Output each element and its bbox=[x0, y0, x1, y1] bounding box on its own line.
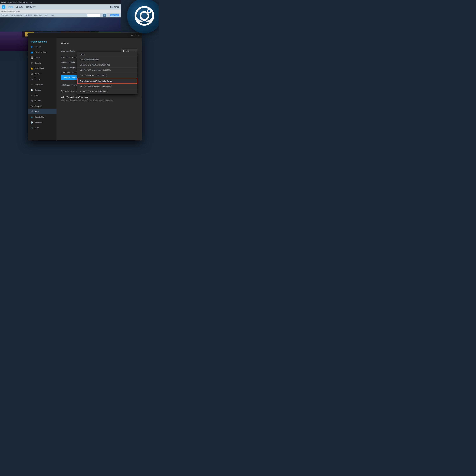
sidebar-item-controller[interactable]: 🕹 Controller bbox=[28, 103, 56, 109]
close-button[interactable]: ✕ bbox=[138, 34, 140, 36]
sidebar-label-interface: Interface bbox=[34, 73, 41, 75]
steam-nav-icon: S bbox=[1, 5, 5, 9]
sidebar-label-cloud: Cloud bbox=[34, 94, 39, 96]
library-icon: ⊞ bbox=[31, 78, 33, 81]
dropdown-item-spdif[interactable]: Spdif Rx (2- MAYA U5) (040d:3401) bbox=[77, 89, 137, 94]
nav-store[interactable]: STORE bbox=[6, 6, 14, 9]
steam-urlbar: https://store.steampowered.com/ bbox=[0, 10, 120, 13]
sidebar-item-cloud[interactable]: ☁ Cloud bbox=[28, 93, 56, 98]
svg-point-1 bbox=[140, 12, 148, 20]
sidebar-item-music[interactable]: 🎵 Music bbox=[28, 125, 56, 130]
store-subnav: Your Store New & Noteworthy Categories P… bbox=[0, 13, 120, 17]
dropdown-item-comms[interactable]: Communications Device bbox=[77, 57, 137, 62]
wishlist-btn[interactable]: WISHLIST bbox=[110, 14, 119, 16]
sidebar-label-ingame: In Game bbox=[34, 100, 41, 102]
sidebar-item-friends[interactable]: 👥 Friends & Chat bbox=[28, 50, 56, 55]
ingame-icon: 🎮 bbox=[31, 100, 33, 102]
sidebar-label-library: Library bbox=[34, 78, 40, 80]
steam-topbar-logo: Steam bbox=[1, 1, 6, 3]
dialog-body: STEAM SETTINGS 👤 Account 👥 Friends & Cha… bbox=[28, 38, 142, 140]
steam-logo-circle bbox=[127, 0, 159, 33]
subnav-yourstore[interactable]: Your Store bbox=[1, 15, 8, 16]
nav-library[interactable]: LIBRARY bbox=[15, 6, 24, 9]
sidebar-item-ingame[interactable]: 🎮 In Game bbox=[28, 98, 56, 103]
dropdown-item-linein[interactable]: Line In (2- MAYA U5) (040d:3401) bbox=[77, 73, 137, 78]
sidebar-item-library[interactable]: ⊞ Library bbox=[28, 76, 56, 82]
subnav-points[interactable]: Points Shop bbox=[34, 15, 42, 16]
sidebar-label-storage: Storage bbox=[34, 89, 41, 91]
sidebar-label-account: Account bbox=[34, 46, 41, 48]
notifications-icon: 🔔 bbox=[31, 67, 33, 70]
menu-steam[interactable]: Steam bbox=[7, 1, 12, 3]
sidebar-item-voice[interactable]: 🎤 Voice bbox=[28, 109, 56, 114]
sidebar-label-security: Security bbox=[34, 62, 41, 64]
menu-help[interactable]: Help bbox=[29, 1, 32, 3]
family-icon: 👨‍👩‍👧 bbox=[31, 56, 33, 59]
section-title: Voice bbox=[61, 42, 137, 45]
sidebar-item-broadcast[interactable]: 📡 Broadcast bbox=[28, 120, 56, 125]
sidebar-label-friends: Friends & Chat bbox=[34, 51, 46, 53]
subnav-new[interactable]: New & Noteworthy bbox=[11, 15, 22, 16]
storage-icon: 💾 bbox=[31, 89, 33, 91]
sidebar-item-storage[interactable]: 💾 Storage bbox=[28, 87, 56, 93]
sidebar-label-voice: Voice bbox=[34, 111, 39, 113]
dropdown-item-maya2[interactable]: Microphone (2- MAYA U5) (040d:3401) bbox=[77, 62, 137, 68]
maximize-button[interactable]: □ bbox=[134, 34, 136, 36]
sidebar-item-remoteplay[interactable]: 📺 Remote Play bbox=[28, 114, 56, 120]
cloud-icon: ☁ bbox=[31, 94, 33, 97]
sidebar-label-remoteplay: Remote Play bbox=[34, 116, 45, 118]
downloads-icon: ⬇ bbox=[31, 83, 33, 86]
sidebar-item-family[interactable]: 👨‍👩‍👧 Family bbox=[28, 55, 56, 60]
settings-sidebar: STEAM SETTINGS 👤 Account 👥 Friends & Cha… bbox=[28, 38, 56, 140]
nav-community[interactable]: COMMUNITY bbox=[24, 6, 37, 9]
sidebar-item-account[interactable]: 👤 Account bbox=[28, 44, 56, 50]
subnav-categories[interactable]: Categories bbox=[25, 15, 32, 16]
dialog-titlebar: — □ ✕ bbox=[28, 33, 142, 38]
sidebar-label-family: Family bbox=[34, 57, 40, 59]
steam-logo-svg bbox=[133, 5, 155, 27]
steam-topbar: Steam Steam View Friends Games Help bbox=[0, 0, 120, 4]
dropdown-item-altered[interactable]: Microphone (Altered Virtual Audio Device… bbox=[77, 78, 137, 84]
store-search-box[interactable] bbox=[87, 14, 100, 17]
subnav-labs[interactable]: Labs bbox=[51, 15, 54, 16]
sidebar-item-downloads[interactable]: ⬇ Downloads bbox=[28, 82, 56, 87]
steam-topbar-menu: Steam View Friends Games Help bbox=[7, 1, 32, 3]
dropdown-item-streaming[interactable]: Mikrofon (Steam Streaming Microphone) bbox=[77, 84, 137, 89]
sidebar-title: STEAM SETTINGS bbox=[28, 39, 56, 44]
sidebar-label-broadcast: Broadcast bbox=[34, 121, 43, 123]
voice-icon: 🎤 bbox=[31, 110, 33, 113]
sidebar-item-security[interactable]: 🛡 Security bbox=[28, 60, 56, 66]
friends-icon: 👥 bbox=[31, 51, 33, 53]
controller-icon: 🕹 bbox=[31, 105, 33, 107]
sidebar-item-interface[interactable]: 🖥 Interface bbox=[28, 71, 56, 76]
broadcast-icon: 📡 bbox=[31, 121, 33, 124]
sidebar-label-music: Music bbox=[34, 127, 39, 129]
music-icon: 🎵 bbox=[31, 126, 33, 129]
sidebar-label-downloads: Downloads bbox=[34, 84, 43, 85]
dropdown-item-usb[interactable]: Mikrofon (USB Microphone) (1bcf:2701) bbox=[77, 68, 137, 73]
nav-user[interactable]: BRLUKASZ bbox=[110, 6, 119, 8]
account-icon: 👤 bbox=[31, 46, 33, 48]
interface-icon: 🖥 bbox=[31, 72, 33, 75]
svg-point-3 bbox=[148, 10, 151, 12]
menu-view[interactable]: View bbox=[13, 1, 16, 3]
menu-friends[interactable]: Friends bbox=[17, 1, 22, 3]
threshold-title: Voice Transmission Threshold bbox=[61, 96, 137, 98]
threshold-desc: When your microphone is on, we won't tra… bbox=[61, 99, 137, 101]
menu-games[interactable]: Games bbox=[23, 1, 28, 3]
settings-dialog: — □ ✕ STEAM SETTINGS 👤 Account 👥 Friends… bbox=[28, 33, 142, 140]
voice-input-dropdown-list[interactable]: Default Communications Device Microphone… bbox=[77, 52, 137, 94]
sidebar-label-controller: Controller bbox=[34, 105, 42, 107]
sidebar-label-notifications: Notifications bbox=[34, 68, 44, 69]
threshold-section: Voice Transmission Threshold When your m… bbox=[61, 96, 137, 101]
search-button[interactable]: 🔍 bbox=[103, 14, 106, 17]
remoteplay-icon: 📺 bbox=[31, 116, 33, 118]
main-content: Voice Voice Input Device Default ▼ Defau… bbox=[56, 38, 142, 140]
subnav-news[interactable]: News bbox=[45, 15, 48, 16]
steam-navbar: S STORE LIBRARY COMMUNITY BRLUKASZ bbox=[0, 4, 120, 10]
security-icon: 🛡 bbox=[31, 62, 33, 64]
url-text: https://store.steampowered.com/ bbox=[1, 11, 20, 12]
minimize-button[interactable]: — bbox=[131, 34, 133, 36]
sidebar-item-notifications[interactable]: 🔔 Notifications bbox=[28, 66, 56, 71]
dropdown-item-default[interactable]: Default bbox=[77, 52, 137, 57]
